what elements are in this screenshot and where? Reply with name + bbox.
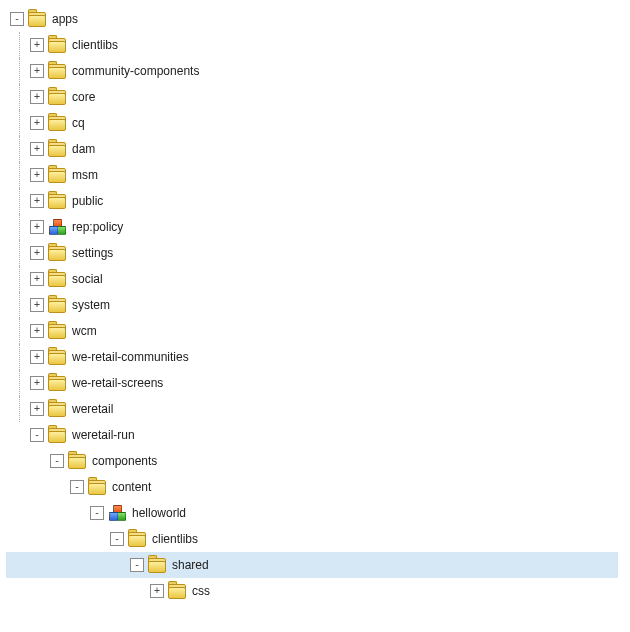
tree-row[interactable]: +public	[6, 188, 618, 214]
tree-row[interactable]: -shared	[6, 552, 618, 578]
collapse-icon[interactable]: -	[70, 480, 84, 494]
folder-tree: -apps+clientlibs+community-components+co…	[0, 0, 618, 626]
tree-row[interactable]: +wcm	[6, 318, 618, 344]
expand-icon[interactable]: +	[30, 194, 44, 208]
tree-row[interactable]: +dam	[6, 136, 618, 162]
tree-row[interactable]: +we-retail-communities	[6, 344, 618, 370]
tree-row[interactable]: +css	[6, 578, 618, 604]
component-icon	[108, 505, 126, 521]
expand-icon[interactable]: +	[30, 38, 44, 52]
folder-icon	[48, 63, 66, 79]
folder-icon	[28, 11, 46, 27]
folder-icon	[128, 531, 146, 547]
tree-item-label: components	[90, 453, 159, 469]
tree-row[interactable]: +rep:policy	[6, 214, 618, 240]
collapse-icon[interactable]: -	[50, 454, 64, 468]
tree-row[interactable]: +core	[6, 84, 618, 110]
tree-row[interactable]: -apps	[6, 6, 618, 32]
folder-icon	[48, 37, 66, 53]
expand-icon[interactable]: +	[30, 350, 44, 364]
expand-icon[interactable]: +	[30, 402, 44, 416]
tree-item-label: dam	[70, 141, 97, 157]
tree-item-label: cq	[70, 115, 87, 131]
folder-icon	[48, 193, 66, 209]
tree-row[interactable]: +system	[6, 292, 618, 318]
folder-icon	[48, 89, 66, 105]
folder-icon	[48, 245, 66, 261]
tree-item-label: rep:policy	[70, 219, 125, 235]
collapse-icon[interactable]: -	[10, 12, 24, 26]
expand-icon[interactable]: +	[30, 376, 44, 390]
tree-item-label: community-components	[70, 63, 201, 79]
tree-row[interactable]: -helloworld	[6, 500, 618, 526]
tree-item-label: clientlibs	[70, 37, 120, 53]
folder-icon	[148, 557, 166, 573]
tree-item-label: weretail-run	[70, 427, 137, 443]
expand-icon[interactable]: +	[150, 584, 164, 598]
folder-icon	[48, 349, 66, 365]
folder-icon	[48, 297, 66, 313]
collapse-icon[interactable]: -	[110, 532, 124, 546]
tree-item-label: core	[70, 89, 97, 105]
component-icon	[48, 219, 66, 235]
expand-icon[interactable]: +	[30, 168, 44, 182]
tree-row[interactable]: +we-retail-screens	[6, 370, 618, 396]
collapse-icon[interactable]: -	[130, 558, 144, 572]
folder-icon	[48, 141, 66, 157]
tree-row[interactable]: +community-components	[6, 58, 618, 84]
collapse-icon[interactable]: -	[90, 506, 104, 520]
expand-icon[interactable]: +	[30, 64, 44, 78]
tree-row[interactable]: +weretail	[6, 396, 618, 422]
tree-row[interactable]: -content	[6, 474, 618, 500]
expand-icon[interactable]: +	[30, 298, 44, 312]
folder-icon	[68, 453, 86, 469]
tree-item-label: css	[190, 583, 212, 599]
tree-item-label: we-retail-communities	[70, 349, 191, 365]
tree-item-label: clientlibs	[150, 531, 200, 547]
collapse-icon[interactable]: -	[30, 428, 44, 442]
folder-icon	[48, 271, 66, 287]
expand-icon[interactable]: +	[30, 272, 44, 286]
expand-icon[interactable]: +	[30, 324, 44, 338]
tree-item-label: weretail	[70, 401, 115, 417]
expand-icon[interactable]: +	[30, 116, 44, 130]
folder-icon	[48, 427, 66, 443]
tree-item-label: helloworld	[130, 505, 188, 521]
folder-icon	[48, 401, 66, 417]
tree-item-label: wcm	[70, 323, 99, 339]
tree-item-label: social	[70, 271, 105, 287]
tree-item-label: shared	[170, 557, 211, 573]
tree-row[interactable]: -clientlibs	[6, 526, 618, 552]
tree-row[interactable]: -components	[6, 448, 618, 474]
tree-row[interactable]: +cq	[6, 110, 618, 136]
tree-row[interactable]: +clientlibs	[6, 32, 618, 58]
folder-icon	[48, 375, 66, 391]
tree-item-label: we-retail-screens	[70, 375, 165, 391]
expand-icon[interactable]: +	[30, 90, 44, 104]
tree-item-label: public	[70, 193, 105, 209]
tree-item-label: settings	[70, 245, 115, 261]
folder-icon	[48, 323, 66, 339]
folder-icon	[168, 583, 186, 599]
tree-item-label: system	[70, 297, 112, 313]
expand-icon[interactable]: +	[30, 246, 44, 260]
folder-icon	[48, 115, 66, 131]
tree-row[interactable]: +social	[6, 266, 618, 292]
tree-row[interactable]: +msm	[6, 162, 618, 188]
tree-row[interactable]: +settings	[6, 240, 618, 266]
tree-item-label: msm	[70, 167, 100, 183]
expand-icon[interactable]: +	[30, 220, 44, 234]
tree-item-label: apps	[50, 11, 80, 27]
expand-icon[interactable]: +	[30, 142, 44, 156]
tree-row[interactable]: -weretail-run	[6, 422, 618, 448]
tree-item-label: content	[110, 479, 153, 495]
folder-icon	[48, 167, 66, 183]
folder-icon	[88, 479, 106, 495]
